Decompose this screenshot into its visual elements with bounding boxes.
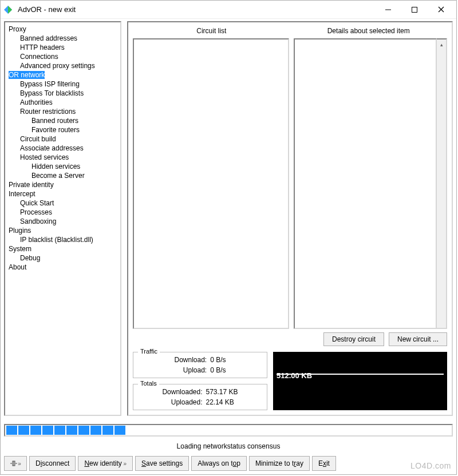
panel-headers: Circuit list Details about selected item [133, 26, 447, 38]
tree-item[interactable]: OR network [6, 70, 119, 80]
minimize-to-tray-button[interactable]: Minimize to tray [249, 456, 310, 471]
panel-lists: ▴ [133, 38, 447, 329]
scroll-up-icon[interactable]: ▴ [437, 39, 446, 50]
tree-item[interactable]: Associate addresses [6, 144, 119, 153]
tree-item[interactable]: Circuit build [6, 134, 119, 144]
progress-block [18, 426, 29, 435]
tree-item[interactable]: Hidden services [6, 162, 119, 171]
tree-item[interactable]: Banned routers [6, 116, 119, 125]
save-settings-button[interactable]: Save settings [135, 456, 189, 471]
tree-item[interactable]: Sandboxing [6, 217, 119, 226]
progress-block [114, 426, 125, 435]
new-identity-button[interactable]: New identity [78, 456, 133, 471]
totals-dl-label: Downloaded: [139, 388, 203, 396]
tree-item[interactable]: Banned addresses [6, 34, 119, 43]
traffic-group: Traffic Download: 0 B/s Upload: 0 B/s [133, 352, 267, 378]
graph-line [277, 374, 444, 375]
maximize-button[interactable] [401, 1, 428, 18]
bottom-toolbar: Disconnect New identity Save settings Al… [4, 456, 453, 471]
tree-item[interactable]: Quick Start [6, 199, 119, 208]
watermark: LO4D.com [410, 461, 451, 470]
progress-block [6, 426, 17, 435]
detail-header: Details about selected item [290, 26, 448, 38]
tree-item[interactable]: Become a Server [6, 171, 119, 180]
totals-legend: Totals [138, 380, 159, 387]
disconnect-button[interactable]: Disconnect [29, 456, 76, 471]
app-icon [3, 5, 13, 15]
progress-area: Loading networkstatus consensus [4, 424, 453, 450]
circuit-list-header: Circuit list [133, 26, 290, 38]
progress-block [54, 426, 65, 435]
upper-row: ProxyBanned addressesHTTP headersConnect… [4, 21, 453, 416]
tree-item[interactable]: Intercept [6, 189, 119, 199]
tree-item[interactable]: Proxy [6, 25, 119, 34]
circuit-buttons: Destroy circuit New circuit ... [133, 329, 447, 346]
totals-group: Totals Downloaded: 573.17 KB Uploaded: 2… [133, 384, 267, 410]
app-window: AdvOR - new exit ProxyBanned addressesHT… [0, 0, 457, 475]
traffic-dl-label: Download: [139, 356, 207, 364]
tree-item[interactable]: Processes [6, 208, 119, 217]
tree-item[interactable]: Debug [6, 253, 119, 263]
traffic-ul-value: 0 B/s [210, 366, 261, 374]
svg-rect-3 [412, 7, 417, 12]
totals-ul-value: 22.14 KB [206, 398, 262, 406]
traffic-ul-label: Upload: [139, 366, 207, 374]
totals-dl-value: 573.17 KB [206, 388, 262, 396]
nav-tree[interactable]: ProxyBanned addressesHTTP headersConnect… [4, 21, 121, 416]
totals-ul-label: Uploaded: [139, 398, 203, 406]
close-button[interactable] [428, 1, 454, 18]
stats-row: Traffic Download: 0 B/s Upload: 0 B/s To… [133, 352, 447, 410]
tree-item[interactable]: System [6, 244, 119, 253]
graph-scale: 512.00 KB [277, 371, 312, 380]
new-circuit-button[interactable]: New circuit ... [389, 332, 447, 346]
tree-item[interactable]: HTTP headers [6, 43, 119, 52]
tree-item[interactable]: Bypass ISP filtering [6, 80, 119, 89]
titlebar: AdvOR - new exit [1, 1, 456, 19]
svg-marker-1 [8, 6, 12, 14]
tree-item[interactable]: Private identity [6, 180, 119, 189]
detail-box: ▴ [294, 38, 448, 329]
traffic-graph: 512.00 KB [273, 352, 447, 410]
expand-button[interactable] [4, 456, 27, 471]
traffic-legend: Traffic [138, 348, 160, 355]
tree-item[interactable]: Router restrictions [6, 107, 119, 116]
status-message: Loading networkstatus consensus [4, 442, 453, 450]
tree-item[interactable]: About [6, 263, 119, 272]
progress-block [42, 426, 53, 435]
window-title: AdvOR - new exit [18, 5, 375, 14]
progress-block [90, 426, 101, 435]
progress-block [66, 426, 77, 435]
minimize-button[interactable] [375, 1, 401, 18]
tree-item[interactable]: Connections [6, 52, 119, 61]
destroy-circuit-button[interactable]: Destroy circuit [323, 332, 384, 346]
detail-area[interactable] [294, 38, 437, 329]
progress-block [78, 426, 89, 435]
always-on-top-button[interactable]: Always on top [191, 456, 247, 471]
window-buttons [375, 1, 454, 18]
tree-item[interactable]: Authorities [6, 98, 119, 107]
tree-item[interactable]: Advanced proxy settings [6, 61, 119, 70]
tree-item[interactable]: IP blacklist (Blacklist.dll) [6, 235, 119, 244]
progress-block [30, 426, 41, 435]
tree-item[interactable]: Hosted services [6, 153, 119, 162]
circuit-list[interactable] [133, 38, 289, 329]
progress-bar [4, 424, 453, 437]
main-panel: Circuit list Details about selected item… [127, 21, 453, 416]
progress-block [102, 426, 113, 435]
traffic-dl-value: 0 B/s [210, 356, 261, 364]
exit-button[interactable]: Exit [312, 456, 336, 471]
client-area: ProxyBanned addressesHTTP headersConnect… [1, 19, 456, 474]
tree-item[interactable]: Plugins [6, 226, 119, 235]
tree-item[interactable]: Bypass Tor blacklists [6, 89, 119, 98]
tree-item[interactable]: Favorite routers [6, 125, 119, 134]
detail-scrollbar[interactable]: ▴ [437, 38, 447, 329]
